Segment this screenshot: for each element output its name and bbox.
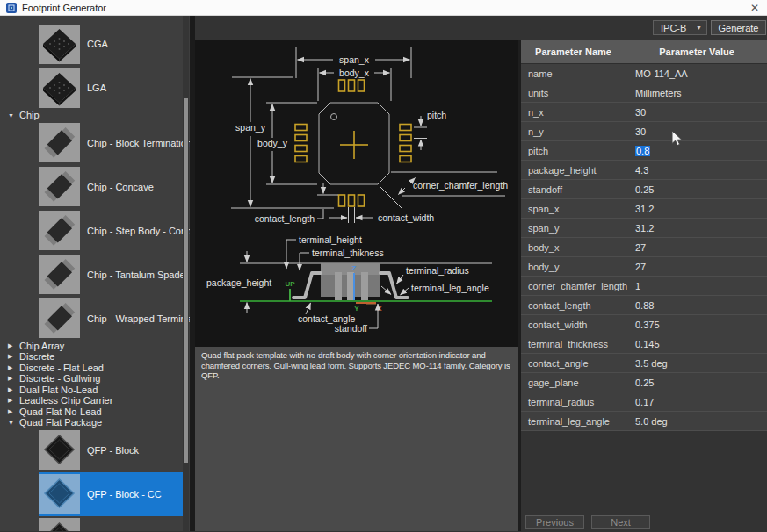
param-value-field[interactable]: 0.25 [626, 373, 767, 392]
footprint-diagram-canvas[interactable]: span_x body_x [195, 40, 518, 347]
item-label: Chip - Concave [87, 182, 154, 192]
param-value-field[interactable]: 3.5 deg [626, 354, 767, 372]
description-area: Quad flat pack template with no-draft bo… [195, 347, 518, 531]
param-value-field[interactable]: 30 [626, 103, 767, 121]
body-y-label: body_y [257, 138, 288, 148]
corner-chamfer-label: corner_chamfer_length [413, 180, 508, 191]
param-value-field[interactable]: 1 [626, 277, 767, 295]
group-label: Quad Flat Package [19, 417, 102, 428]
param-value-field[interactable]: MO-114_AA [626, 64, 767, 83]
sidebar-item-chip-step-body-concav[interactable]: Chip - Step Body - Concav... [39, 209, 184, 253]
sidebar-group-quad-flat-package[interactable]: ▼Quad Flat Package [0, 417, 190, 428]
sidebar-item-lga[interactable]: LGA [39, 66, 184, 110]
sidebar-item-chip-tantalum-spade[interactable]: Chip - Tantalum Spade [39, 253, 184, 297]
param-value-field[interactable]: 31.2 [626, 199, 767, 218]
param-value-field[interactable]: 4.3 [626, 161, 767, 179]
sidebar-group-leadless-chip-carrier[interactable]: ▶Leadless Chip Carrier [0, 395, 190, 406]
sidebar-item-qfp-block-cc[interactable]: QFP - Block - CC [39, 472, 184, 516]
param-value-field[interactable]: 5.0 deg [626, 412, 767, 430]
top-view: span_x body_x [230, 47, 508, 224]
next-button[interactable]: Next [591, 515, 650, 529]
chevron-right-icon: ▶ [8, 408, 19, 415]
sidebar-scrollbar[interactable] [183, 16, 189, 531]
previous-button[interactable]: Previous [525, 515, 584, 529]
preview-panel: span_x body_x [195, 40, 518, 531]
component-library-sidebar: CGA LGA▼Chip Chip - Block Terminations C… [0, 16, 190, 531]
param-name: span_y [521, 219, 626, 237]
group-label: Discrete - Gullwing [19, 373, 100, 384]
param-value-field[interactable]: 30 [626, 122, 767, 140]
sidebar-item-chip-block-terminations[interactable]: Chip - Block Terminations [39, 121, 184, 165]
qfp-package-icon [39, 474, 80, 514]
sidebar-group-discrete[interactable]: ▶Discrete [0, 351, 190, 363]
param-row-pitch: pitch0.8 [521, 141, 767, 161]
param-name: body_x [521, 238, 626, 256]
param-row-span-y: span_y31.2 [521, 219, 767, 238]
span-y-label: span_y [235, 122, 266, 133]
contact-width-label: contact_width [378, 212, 434, 223]
param-value-field[interactable]: 27 [626, 238, 767, 256]
sidebar-item-chip-concave[interactable]: Chip - Concave [39, 165, 184, 209]
param-value-field[interactable]: 0.88 [626, 296, 767, 314]
selected-value-text: 0.8 [635, 146, 650, 156]
sidebar-item-chip-wrapped-terminati[interactable]: Chip - Wrapped Terminati... [39, 297, 184, 341]
ipc-standard-value: IPC-B [654, 23, 696, 33]
sidebar-group-chip-array[interactable]: ▶Chip Array [0, 341, 190, 352]
param-row-span-x: span_x31.2 [521, 199, 767, 219]
item-label: QFP - Block [87, 445, 139, 456]
sidebar-group-discrete-flat-lead[interactable]: ▶Discrete - Flat Lead [0, 363, 190, 374]
sidebar-group-quad-flat-no-lead[interactable]: ▶Quad Flat No-Lead [0, 406, 190, 418]
body-x-label: body_x [339, 68, 370, 78]
generate-button[interactable]: Generate [711, 20, 766, 35]
param-value-field[interactable]: 0.25 [626, 180, 767, 198]
param-row-package-height: package_height4.3 [521, 161, 767, 180]
side-view: Z Y X UP package_height t [206, 234, 492, 334]
up-axis-label: UP [285, 280, 295, 288]
group-label: Chip [19, 110, 40, 120]
pitch-label: pitch [427, 110, 446, 120]
item-label: LGA [87, 83, 106, 93]
param-value-field[interactable]: 27 [626, 257, 767, 276]
param-row-n-x: n_x30 [521, 103, 767, 122]
group-label: Dual Flat No-Lead [19, 385, 98, 395]
sidebar-group-chip[interactable]: ▼Chip [0, 110, 190, 121]
param-row-terminal-radius: terminal_radius0.17 [521, 392, 767, 412]
param-value-field[interactable]: Millimeters [626, 83, 767, 102]
param-name: span_x [521, 199, 626, 218]
param-row-n-y: n_y30 [521, 122, 767, 141]
param-value-field[interactable]: 31.2 [626, 219, 767, 237]
sidebar-item-cga[interactable]: CGA [39, 22, 184, 66]
param-value-field[interactable]: 0.17 [626, 392, 767, 411]
pager: Previous Next [525, 515, 650, 529]
param-name: package_height [521, 161, 626, 179]
sidebar-item-blank[interactable] [39, 516, 184, 532]
param-name: body_y [521, 257, 626, 276]
param-value-field[interactable]: 0.8 [626, 141, 767, 160]
param-value-field[interactable]: 0.145 [626, 334, 767, 353]
param-name: contact_angle [521, 354, 626, 372]
param-row-contact-width: contact_width0.375 [521, 315, 767, 334]
param-row-terminal-thickness: terminal_thickness0.145 [521, 334, 767, 354]
contact-length-label: contact_length [255, 213, 315, 224]
param-value-field[interactable]: 0.375 [626, 315, 767, 334]
param-name: units [521, 83, 626, 102]
window-body: CGA LGA▼Chip Chip - Block Terminations C… [0, 16, 767, 531]
column-header-name: Parameter Name [521, 40, 626, 63]
column-header-value: Parameter Value [626, 40, 767, 63]
sidebar-group-dual-flat-no-lead[interactable]: ▶Dual Flat No-Lead [0, 385, 190, 396]
param-row-units: unitsMillimeters [521, 83, 767, 103]
ipc-standard-dropdown[interactable]: IPC-B ▼ [653, 20, 707, 35]
content-row: span_x body_x [195, 40, 767, 531]
close-icon[interactable]: ✕ [750, 3, 759, 13]
item-label: Chip - Step Body - Concav... [87, 226, 190, 236]
package-height-label: package_height [206, 277, 271, 288]
sidebar-item-qfp-block[interactable]: QFP - Block [39, 428, 184, 472]
chevron-right-icon: ▶ [8, 353, 19, 360]
sidebar-group-discrete-gullwing[interactable]: ▶Discrete - Gullwing [0, 373, 190, 385]
app-window: Footprint Generator ✕ CGA LGA▼Chip Chip … [0, 0, 767, 532]
param-row-gage-plane: gage_plane0.25 [521, 373, 767, 392]
scrollbar-thumb[interactable] [184, 98, 188, 463]
standoff-label: standoff [335, 323, 367, 334]
chip-package-icon [39, 211, 80, 250]
template-description: Quad flat pack template with no-draft bo… [201, 350, 512, 381]
